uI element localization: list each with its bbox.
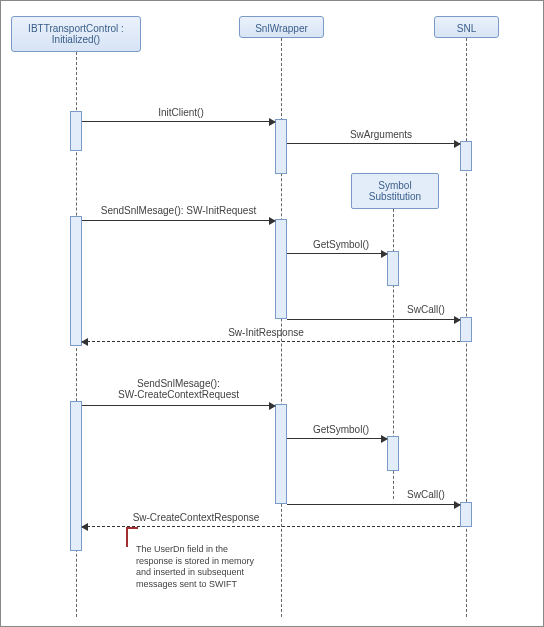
msg-createcontextresp-label: Sw-CreateContextResponse [116,512,276,523]
msg-swcall1-arrow [287,319,460,320]
activation-p3-1 [460,141,472,171]
annotation-text: The UserDn field in the response is stor… [136,544,256,591]
activation-symbol-sub-1 [387,251,399,286]
msg-createcontextreq-label: SendSnlMesage(): SW-CreateContextRequest [96,378,261,400]
participant-ibttransportcontrol: IBTTransportControl : Initialized() [11,16,141,52]
msg-swcall2-label: SwCall() [396,489,456,500]
msg-getsymbol1-arrow [287,253,387,254]
symbol-substitution-label: Symbol Substitution [369,180,421,202]
msg-swarguments-label: SwArguments [331,129,431,140]
activation-p2-1 [275,119,287,174]
activation-p3-3 [460,502,472,527]
msg-initresponse-arrow [82,341,460,342]
msg-initrequest-label: SendSnlMesage(): SW-InitRequest [86,205,271,216]
activation-symbol-sub-2 [387,436,399,471]
msg-initclient-arrow [82,121,275,122]
activation-p2-2 [275,219,287,319]
msg-initresponse-label: Sw-InitResponse [201,327,331,338]
msg-swcall1-label: SwCall() [396,304,456,315]
msg-initclient-label: InitClient() [131,107,231,118]
participant-label: IBTTransportControl : Initialized() [28,23,124,45]
activation-p3-2 [460,317,472,342]
participant-snlwrapper: SnlWrapper [239,16,324,38]
msg-getsymbol2-arrow [287,438,387,439]
msg-getsymbol1-label: GetSymbol() [301,239,381,250]
msg-initrequest-arrow [82,220,275,221]
activation-p1-1 [70,111,82,151]
symbol-substitution-box: Symbol Substitution [351,173,439,209]
msg-swcall2-arrow [287,504,460,505]
annotation-tick [126,527,128,547]
participant-snl: SNL [434,16,499,38]
activation-p1-2 [70,216,82,346]
participant-label: SnlWrapper [255,23,308,34]
msg-createcontextresp-arrow [82,526,460,527]
msg-getsymbol2-label: GetSymbol() [301,424,381,435]
msg-createcontextreq-arrow [82,405,275,406]
participant-label: SNL [457,23,476,34]
msg-swarguments-arrow [287,143,460,144]
activation-p2-3 [275,404,287,504]
sequence-diagram: IBTTransportControl : Initialized() SnlW… [0,0,544,627]
